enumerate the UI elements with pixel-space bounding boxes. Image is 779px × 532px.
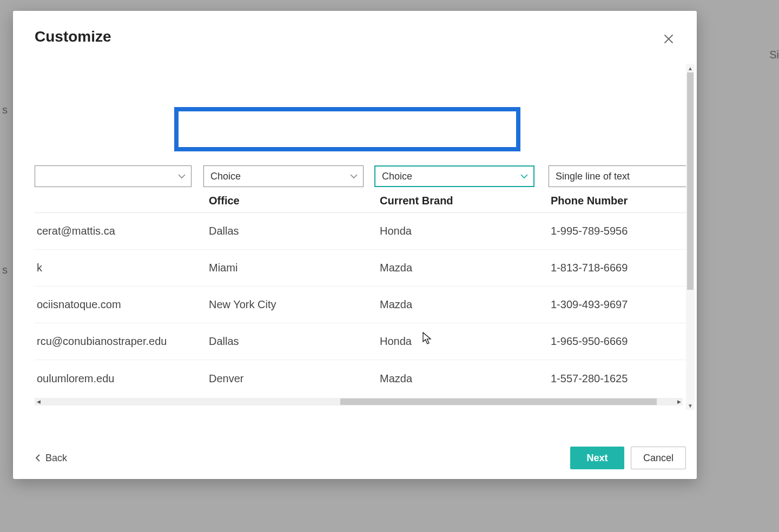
cell-office: Dallas — [203, 225, 374, 237]
cell-office: Denver — [203, 373, 374, 385]
background-text: s — [2, 264, 8, 276]
dropdown-value: Choice — [382, 171, 412, 182]
cell-brand: Honda — [374, 335, 545, 348]
cell-email: oulumlorem.edu — [35, 373, 203, 385]
modal-title: Customize — [35, 28, 111, 45]
cell-brand: Honda — [374, 225, 545, 237]
content-area: Choice Choice Single line of text Office… — [35, 64, 687, 414]
cell-phone: 1-557-280-1625 — [545, 373, 687, 385]
back-label: Back — [45, 453, 67, 464]
vertical-scrollbar[interactable]: ▲ ▼ — [686, 64, 695, 410]
modal-footer: Back Next Cancel — [35, 437, 686, 469]
close-button[interactable] — [662, 32, 675, 45]
chevron-down-icon — [520, 172, 528, 181]
cancel-button[interactable]: Cancel — [631, 447, 686, 469]
cell-office: New York City — [203, 298, 374, 311]
scrollbar-thumb[interactable] — [687, 72, 694, 290]
cell-phone: 1-309-493-9697 — [545, 298, 687, 311]
cell-brand: Mazda — [374, 298, 545, 311]
column-type-row: Choice Choice Single line of text — [35, 165, 687, 187]
cell-phone: 1-965-950-6669 — [545, 335, 687, 348]
table-row: k Miami Mazda 1-813-718-6669 — [35, 250, 687, 287]
type-dropdown-office[interactable]: Choice — [203, 165, 364, 187]
cell-phone: 1-995-789-5956 — [545, 225, 687, 237]
cell-email: cerat@mattis.ca — [35, 225, 203, 237]
table-row: ociisnatoque.com New York City Mazda 1-3… — [35, 287, 687, 323]
cell-office: Dallas — [203, 335, 374, 348]
column-header-phone: Phone Number — [545, 195, 687, 207]
table-row: rcu@conubianostraper.edu Dallas Honda 1-… — [35, 323, 687, 360]
table-header-row: Office Current Brand Phone Number — [35, 195, 687, 213]
scroll-left-arrow-icon[interactable]: ◀ — [35, 398, 42, 405]
scroll-right-arrow-icon[interactable]: ▶ — [675, 398, 683, 405]
table-row: cerat@mattis.ca Dallas Honda 1-995-789-5… — [35, 213, 687, 250]
column-header-brand: Current Brand — [374, 195, 545, 207]
close-icon — [664, 34, 674, 44]
background-text: Si — [769, 49, 779, 61]
back-button[interactable]: Back — [35, 453, 67, 464]
chevron-down-icon — [350, 172, 358, 181]
chevron-down-icon — [178, 172, 186, 181]
scrollbar-thumb[interactable] — [340, 398, 657, 405]
type-dropdown-phone[interactable]: Single line of text — [549, 165, 687, 187]
cell-email: ociisnatoque.com — [35, 298, 203, 311]
cell-office: Miami — [203, 262, 374, 274]
chevron-left-icon — [35, 454, 41, 462]
modal-header: Customize — [13, 11, 697, 51]
cell-brand: Mazda — [374, 262, 545, 274]
customize-modal: Customize Choice Choice — [13, 11, 697, 479]
background-text: s — [2, 104, 8, 116]
horizontal-scrollbar[interactable]: ◀ ▶ — [35, 398, 683, 405]
cell-email: rcu@conubianostraper.edu — [35, 335, 203, 348]
scroll-down-arrow-icon[interactable]: ▼ — [686, 401, 695, 410]
column-header-office: Office — [203, 195, 374, 207]
type-dropdown-brand[interactable]: Choice — [374, 165, 534, 187]
dropdown-value: Choice — [210, 171, 241, 182]
cell-email: k — [35, 262, 203, 274]
column-header-email — [35, 195, 203, 207]
cell-phone: 1-813-718-6669 — [545, 262, 687, 274]
dropdown-value: Single line of text — [556, 171, 630, 182]
type-dropdown-col0[interactable] — [35, 165, 192, 187]
scroll-up-arrow-icon[interactable]: ▲ — [686, 64, 695, 72]
table-row: oulumlorem.edu Denver Mazda 1-557-280-16… — [35, 360, 687, 397]
cell-brand: Mazda — [374, 373, 545, 385]
next-button[interactable]: Next — [570, 447, 624, 469]
